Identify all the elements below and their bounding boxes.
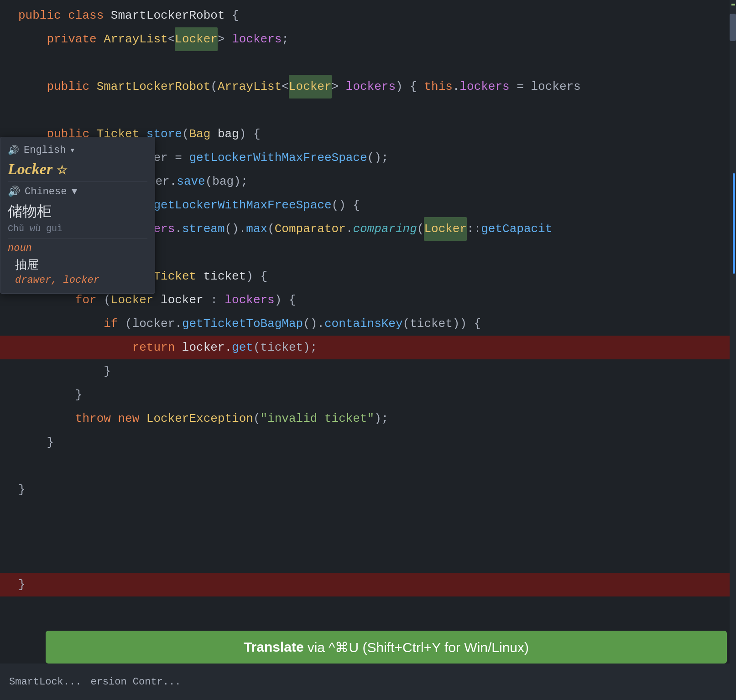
code-line-blank7 <box>0 549 736 573</box>
code-line-17: } <box>0 359 736 383</box>
popup-english-row: 🔊 English ▼ <box>8 145 147 156</box>
divider-2 <box>8 239 147 239</box>
divider-1 <box>8 181 147 182</box>
status-item-1: SmartLock... <box>9 676 81 688</box>
star-icon[interactable]: ☆ <box>57 164 67 177</box>
popup-word: Locker ☆ <box>8 161 147 178</box>
code-line-19: throw new LockerException("invalid ticke… <box>0 407 736 430</box>
status-item-2: ersion Contr... <box>90 676 181 688</box>
code-line-last: } <box>0 573 736 596</box>
english-label: English <box>24 145 66 156</box>
status-bar: SmartLock... ersion Contr... <box>0 664 736 700</box>
speaker-icon-chinese[interactable]: 🔊 <box>8 186 20 198</box>
chinese-label: Chinese <box>25 186 67 197</box>
keyword-public: public <box>18 4 68 27</box>
popup-chinese-row: 🔊 Chinese ▼ <box>8 186 147 198</box>
popup-meaning-en: drawer, locker <box>15 275 147 286</box>
code-line-1: public class SmartLockerRobot { <box>0 4 736 27</box>
classname: SmartLockerRobot <box>111 4 232 27</box>
code-line-20: } <box>0 430 736 454</box>
chinese-dropdown-arrow[interactable]: ▼ <box>71 186 77 197</box>
popup-pos: noun <box>8 243 147 254</box>
code-line-blank1 <box>0 51 736 75</box>
translate-label: Translate <box>244 639 304 655</box>
scroll-marker-green <box>731 4 735 5</box>
code-line-blank4 <box>0 454 736 478</box>
translate-shortcut: via ^⌘U (Shift+Ctrl+Y for Win/Linux) <box>308 639 529 655</box>
scroll-marker-blue <box>733 173 735 274</box>
english-dropdown-arrow[interactable]: ▼ <box>70 147 74 154</box>
keyword-class: class <box>68 4 111 27</box>
code-line-blank5 <box>0 502 736 525</box>
translate-notification-bar: Translate via ^⌘U (Shift+Ctrl+Y for Win/… <box>46 631 727 664</box>
code-line-4: public SmartLockerRobot(ArrayList<Locker… <box>0 75 736 99</box>
popup-pinyin: Chǔ wù guì <box>8 223 147 234</box>
code-line-2: private ArrayList<Locker> lockers; <box>0 27 736 51</box>
code-editor: public class SmartLockerRobot { private … <box>0 0 736 700</box>
code-line-blank2 <box>0 99 736 122</box>
popup-meaning-cn: 抽屉 <box>15 257 147 273</box>
code-line-15: if (locker.getTicketToBagMap().containsK… <box>0 312 736 336</box>
speaker-icon-english[interactable]: 🔊 <box>8 145 19 156</box>
code-line-18: } <box>0 383 736 407</box>
scroll-thumb[interactable] <box>730 14 736 41</box>
code-line-blank6 <box>0 525 736 549</box>
scrollbar[interactable] <box>730 0 736 700</box>
translation-popup: 🔊 English ▼ Locker ☆ 🔊 Chinese ▼ 储物柜 Chǔ… <box>0 137 155 294</box>
code-line-16: return locker.get(ticket); <box>0 336 736 359</box>
code-line-22: } <box>0 478 736 502</box>
popup-chinese-word: 储物柜 <box>8 202 147 222</box>
